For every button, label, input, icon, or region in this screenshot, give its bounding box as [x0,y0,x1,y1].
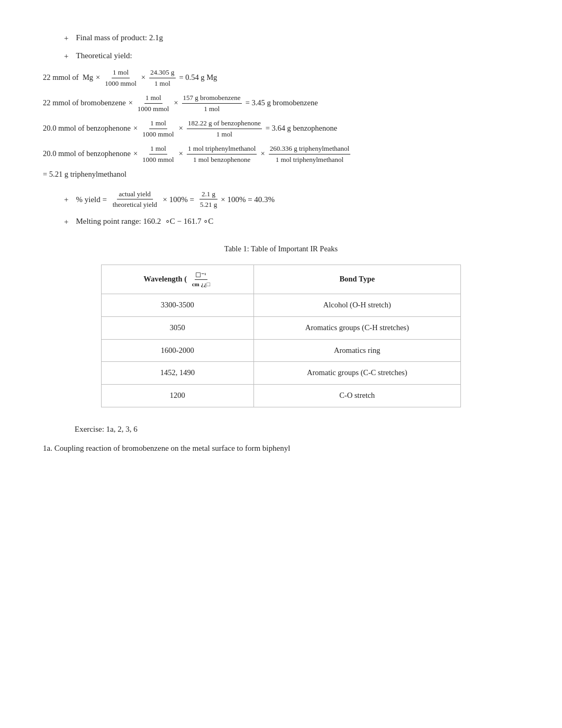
pct-frac2: 2.1 g 5.21 g [198,189,220,210]
final-mass-text: Final mass of product: 2.1g [76,32,163,44]
table-header-row: Wavelength ( ⁻¹ cm ¿¿□ Bond Type [102,265,461,294]
bromo-frac2: 157 g bromobenzene 1 mol [182,93,242,114]
benzo2-formula-row: 20.0 mmol of benzophenone × 1 mol 1000 m… [43,143,519,165]
wavelength-cell-1: 3050 [102,316,254,339]
benzo2-result-row: = 5.21 g triphenylmethanol [43,169,519,180]
mg-frac2: 24.305 g 1 mol [149,67,176,88]
benzo2-prefix: 20.0 mmol of benzophenone [43,148,131,160]
table-row: 1200C-O stretch [102,385,461,407]
benzo2-frac1: 1 mol 1000 mmol [141,143,175,165]
pct-times1: × 100% = [161,194,196,206]
bond-type-cell-3: Aromatic groups (C-C stretches) [253,362,460,385]
table-row: 3300-3500Alcohol (O-H stretch) [102,294,461,317]
col-wavelength: Wavelength ( ⁻¹ cm ¿¿□ [102,265,254,294]
wavelength-cell-2: 1600-2000 [102,339,254,362]
benzo1-times1: × [133,123,138,134]
benzo2-times1: × [133,148,138,160]
pct-result: × 100% = 40.3% [221,194,275,206]
mg-result: = 0.54 g Mg [179,72,217,84]
plus-icon-1: + [64,32,68,44]
mg-prefix: 22 mmol of Mg [43,72,93,84]
bromo-times2: × [174,97,178,109]
pct-frac1-numer: actual yield [117,189,153,200]
bromo-frac1: 1 mol 1000 mmol [137,93,170,114]
ir-table-body: 3300-3500Alcohol (O-H stretch)3050Aromat… [102,294,461,407]
benzo1-frac2-denom: 1 mol [215,129,233,140]
bromo-frac1-denom: 1000 mmol [137,104,170,114]
benzo2-frac3-numer: 260.336 g triphenylmethanol [269,143,351,154]
benzo2-frac2: 1 mol triphenylmethanol 1 mol benzopheno… [187,143,257,165]
benzo1-times2: × [179,123,183,134]
bond-type-cell-2: Aromatics ring [253,339,460,362]
benzo1-frac2-numer: 182.22 g of benzophenone [187,118,262,129]
mg-times2: × [141,72,146,84]
exercise-1a-text: 1a. Coupling reaction of bromobenzene on… [43,444,290,452]
mg-frac1-numer: 1 mol [112,67,130,78]
bullet-theoretical-yield: + Theoretical yield: [64,50,519,62]
pct-label: % yield = [76,194,108,206]
bromo-times1: × [129,97,133,109]
wave-numer: ⁻¹ [195,270,207,280]
mg-frac1: 1 mol 1000 mmol [104,67,138,88]
benzo1-prefix: 20.0 mmol of benzophenone [43,123,131,134]
exercise-1a: 1a. Coupling reaction of bromobenzene on… [43,442,519,454]
benzo2-frac1-denom: 1000 mmol [141,154,175,165]
benzo2-frac3: 260.336 g triphenylmethanol 1 mol triphe… [269,143,351,165]
bromo-frac2-denom: 1 mol [203,104,221,114]
benzo2-times3: × [260,148,265,160]
exercise-label: Exercise: 1a, 2, 3, 6 [75,425,138,433]
pct-yield-row: + % yield = actual yield theoretical yie… [64,189,519,210]
bromo-formula-row: 22 mmol of bromobenzene × 1 mol 1000 mmo… [43,93,519,114]
plus-icon-3: + [64,194,68,206]
wavelength-cell-3: 1452, 1490 [102,362,254,385]
wave-frac: ⁻¹ cm ¿¿□ [191,270,211,288]
pct-frac1: actual yield theoretical yield [111,189,159,210]
benzo2-times2: × [179,148,183,160]
page-content: + Final mass of product: 2.1g + Theoreti… [43,32,519,454]
benzo2-frac2-denom: 1 mol benzophenone [192,154,251,165]
mg-frac2-denom: 1 mol [153,78,171,89]
bromo-frac1-numer: 1 mol [144,93,162,104]
bond-type-cell-4: C-O stretch [253,385,460,407]
benzo2-frac3-denom: 1 mol triphenylmethanol [275,154,345,165]
melting-point-text: Melting point range: 160.2 ∘C − 161.7 ∘C [76,215,213,228]
benzo2-frac2-numer: 1 mol triphenylmethanol [187,143,257,154]
benzo1-result: = 3.64 g benzophenone [266,123,337,134]
bromo-prefix: 22 mmol of bromobenzene [43,97,126,109]
plus-icon-2: + [64,50,68,62]
table-row: 1452, 1490Aromatic groups (C-C stretches… [102,362,461,385]
col-bond-type: Bond Type [253,265,460,294]
melting-point-row: + Melting point range: 160.2 ∘C − 161.7 … [64,215,519,228]
benzo2-result-text: = 5.21 g triphenylmethanol [43,169,126,180]
mg-formula-row: 22 mmol of Mg × 1 mol 1000 mmol × 24.305… [43,67,519,88]
mg-frac1-denom: 1000 mmol [104,78,138,89]
wavelength-label: Wavelength ( [143,274,188,285]
bond-type-cell-0: Alcohol (O-H stretch) [253,294,460,317]
table-row: 3050Aromatics groups (C-H stretches) [102,316,461,339]
pct-frac2-numer: 2.1 g [200,189,217,200]
plus-icon-4: + [64,216,68,228]
benzo1-frac1: 1 mol 1000 mmol [141,118,175,139]
mg-times1: × [96,72,100,84]
bullet-final-mass: + Final mass of product: 2.1g [64,32,519,44]
wave-denom: cm ¿¿□ [191,280,211,289]
bond-type-cell-1: Aromatics groups (C-H stretches) [253,316,460,339]
theoretical-yield-text: Theoretical yield: [76,50,132,62]
benzo1-formula-row: 20.0 mmol of benzophenone × 1 mol 1000 m… [43,118,519,139]
exercise-section: Exercise: 1a, 2, 3, 6 [75,423,519,435]
bromo-result: = 3.45 g bromobenzene [246,97,318,109]
bromo-frac2-numer: 157 g bromobenzene [182,93,242,104]
pct-frac2-denom: 5.21 g [198,199,220,210]
wavelength-cell-4: 1200 [102,385,254,407]
mg-frac2-numer: 24.305 g [149,67,176,78]
benzo2-frac1-numer: 1 mol [149,143,167,154]
table-caption: Table 1: Table of Important IR Peaks [43,243,519,255]
benzo1-frac2: 182.22 g of benzophenone 1 mol [187,118,262,139]
wave-numer-text: ⁻¹ [201,270,206,279]
wavelength-cell-0: 3300-3500 [102,294,254,317]
pct-frac1-denom: theoretical yield [111,199,159,210]
benzo1-frac1-denom: 1000 mmol [141,129,175,140]
wavelength-header-cell: Wavelength ( ⁻¹ cm ¿¿□ [117,270,238,288]
ir-table: Wavelength ( ⁻¹ cm ¿¿□ Bond Type 3300-35… [101,265,461,407]
table-row: 1600-2000Aromatics ring [102,339,461,362]
